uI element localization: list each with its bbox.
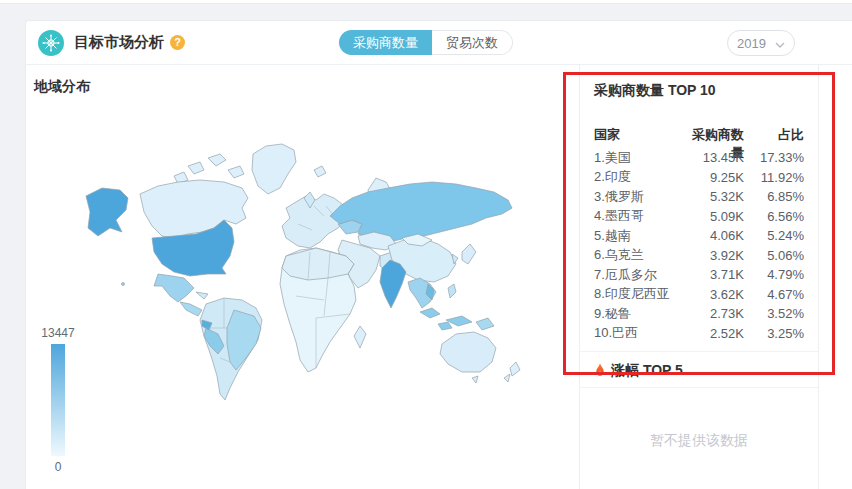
rise-title-label: 涨幅 TOP 5 (611, 362, 683, 380)
top10-table-header: 国家 采购商数量 占比 (594, 126, 804, 142)
col-country: 国家 (594, 126, 684, 142)
map-title: 地域分布 (34, 78, 90, 96)
cell-count: 9.25K (684, 170, 748, 185)
cell-country: 6.乌克兰 (594, 246, 684, 264)
col-count: 采购商数量 (684, 126, 748, 142)
metric-toggle: 采购商数量 贸易次数 (339, 30, 513, 55)
cell-pct: 3.52% (748, 306, 804, 321)
help-icon[interactable]: ? (170, 35, 185, 50)
country-australia (440, 332, 496, 372)
world-map[interactable] (28, 96, 573, 471)
cell-count: 2.52K (684, 326, 748, 341)
country-greenland (252, 144, 296, 194)
year-value: 2019 (737, 36, 766, 51)
cell-pct: 6.85% (748, 189, 804, 204)
stats-panel: 采购商数量 TOP 10 国家 采购商数量 占比 1.美国 13.45K 17.… (579, 65, 819, 489)
table-row: 2.印度 9.25K 11.92% (594, 168, 804, 188)
card-body: 地域分布 (26, 65, 852, 489)
target-market-card: 目标市场分析 ? 采购商数量 贸易次数 2019 地域分布 (25, 20, 852, 489)
table-row: 4.墨西哥 5.09K 6.56% (594, 207, 804, 227)
divider (580, 387, 818, 388)
cell-country: 2.印度 (594, 168, 684, 186)
cell-pct: 17.33% (748, 150, 804, 165)
top10-title: 采购商数量 TOP 10 (594, 82, 804, 100)
cell-country: 5.越南 (594, 227, 684, 245)
cell-count: 3.92K (684, 248, 748, 263)
cell-count: 2.73K (684, 306, 748, 321)
cell-count: 13.45K (684, 150, 748, 165)
map-panel: 地域分布 (26, 65, 579, 489)
table-row: 10.巴西 2.52K 3.25% (594, 324, 804, 344)
cell-country: 4.墨西哥 (594, 207, 684, 225)
top10-table-body: 1.美国 13.45K 17.33% 2.印度 9.25K 11.92% 3.俄… (594, 148, 804, 343)
table-row: 1.美国 13.45K 17.33% (594, 148, 804, 168)
country-mexico (154, 274, 194, 302)
cell-count: 3.62K (684, 287, 748, 302)
tab-buyer-count[interactable]: 采购商数量 (339, 30, 432, 55)
target-market-icon (38, 30, 64, 56)
flame-icon (594, 362, 606, 381)
cell-pct: 11.92% (748, 170, 804, 185)
divider (580, 351, 818, 352)
legend-max-label: 13447 (36, 326, 80, 340)
cell-pct: 4.67% (748, 287, 804, 302)
chevron-down-icon (775, 36, 785, 51)
cell-count: 4.06K (684, 228, 748, 243)
empty-state-text: 暂不提供该数据 (594, 432, 804, 450)
cell-count: 5.32K (684, 189, 748, 204)
cell-count: 5.09K (684, 209, 748, 224)
year-dropdown[interactable]: 2019 (727, 30, 795, 56)
table-row: 7.厄瓜多尔 3.71K 4.79% (594, 265, 804, 285)
table-row: 3.俄罗斯 5.32K 6.85% (594, 187, 804, 207)
cell-country: 9.秘鲁 (594, 305, 684, 323)
country-alaska (86, 188, 128, 236)
map-legend: 13447 0 (36, 326, 80, 474)
cell-count: 3.71K (684, 267, 748, 282)
legend-gradient-bar (51, 344, 65, 456)
cell-country: 3.俄罗斯 (594, 188, 684, 206)
tab-trade-count[interactable]: 贸易次数 (432, 30, 513, 55)
cell-pct: 5.06% (748, 248, 804, 263)
country-madagascar (354, 326, 366, 348)
rise-top5-title: 涨幅 TOP 5 (594, 363, 804, 379)
table-row: 9.秘鲁 2.73K 3.52% (594, 304, 804, 324)
col-pct: 占比 (748, 126, 804, 142)
previous-card-edge (0, 0, 852, 4)
map-countries (86, 144, 520, 400)
cell-pct: 6.56% (748, 209, 804, 224)
cell-pct: 4.79% (748, 267, 804, 282)
cell-country: 1.美国 (594, 149, 684, 167)
card-header: 目标市场分析 ? 采购商数量 贸易次数 2019 (26, 21, 852, 65)
page-title: 目标市场分析 (74, 33, 164, 52)
cell-country: 7.厄瓜多尔 (594, 266, 684, 284)
country-japan (462, 244, 476, 264)
cell-pct: 3.25% (748, 326, 804, 341)
legend-min-label: 0 (36, 460, 80, 474)
country-russia (330, 182, 512, 242)
table-row: 6.乌克兰 3.92K 5.06% (594, 246, 804, 266)
cell-pct: 5.24% (748, 228, 804, 243)
cell-country: 8.印度尼西亚 (594, 285, 684, 303)
table-row: 8.印度尼西亚 3.62K 4.67% (594, 285, 804, 305)
country-india (380, 260, 406, 308)
cell-country: 10.巴西 (594, 324, 684, 342)
table-row: 5.越南 4.06K 5.24% (594, 226, 804, 246)
